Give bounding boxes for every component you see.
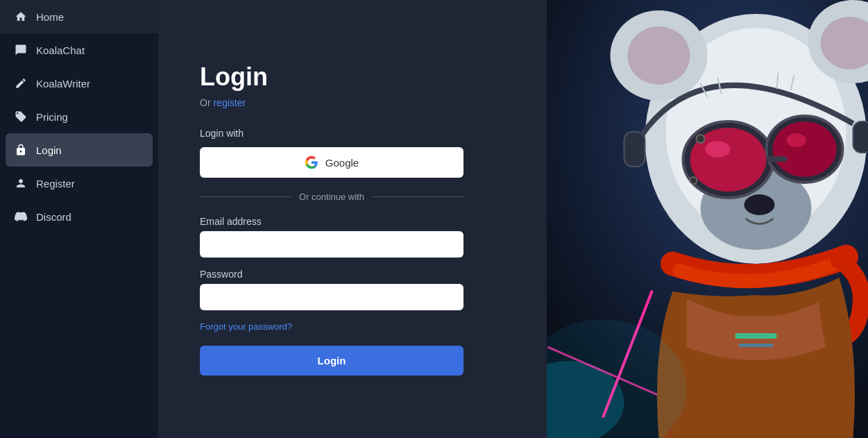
divider-line-right (373, 196, 463, 197)
svg-point-15 (787, 133, 806, 147)
pencil-icon (14, 76, 28, 90)
password-input[interactable] (200, 284, 463, 310)
sidebar-item-home[interactable]: Home (0, 0, 158, 33)
divider-text: Or continue with (299, 192, 364, 202)
sidebar-item-register[interactable]: Register (0, 167, 158, 200)
register-link[interactable]: register (213, 97, 246, 108)
svg-rect-22 (735, 333, 777, 339)
google-login-button[interactable]: Google (200, 147, 463, 178)
email-group: Email address (200, 216, 463, 258)
svg-point-7 (628, 26, 690, 85)
sidebar-item-discord[interactable]: Discord (0, 200, 158, 233)
email-input[interactable] (200, 231, 463, 258)
svg-rect-19 (624, 132, 645, 167)
subtitle-text: Or (200, 97, 211, 108)
home-icon (14, 10, 28, 24)
svg-rect-18 (767, 156, 788, 162)
sidebar-item-label: KoalaChat (36, 44, 85, 56)
google-button-label: Google (325, 157, 359, 169)
svg-point-16 (697, 135, 705, 143)
tag-icon (14, 110, 28, 124)
svg-rect-23 (739, 344, 774, 347)
svg-rect-20 (853, 121, 869, 153)
sidebar-item-koalachat[interactable]: KoalaChat (0, 33, 158, 67)
lock-icon (14, 143, 28, 157)
register-prompt: Or register (200, 97, 505, 108)
sidebar-item-pricing[interactable]: Pricing (0, 100, 158, 133)
sidebar-item-label: KoalaWriter (36, 78, 90, 90)
password-group: Password (200, 269, 463, 310)
discord-icon (14, 210, 28, 224)
login-button[interactable]: Login (200, 346, 463, 376)
sidebar-item-login[interactable]: Login (6, 133, 153, 167)
person-icon (14, 176, 28, 190)
chat-icon (14, 43, 28, 57)
sidebar-item-label: Pricing (36, 111, 68, 123)
sidebar-item-label: Home (36, 11, 64, 23)
page-title: Login (200, 62, 505, 92)
sidebar-item-label: Login (36, 144, 62, 156)
svg-point-17 (690, 177, 697, 184)
sidebar: Home KoalaChat KoalaWriter Pricing Login… (0, 0, 158, 438)
google-icon (305, 155, 318, 169)
svg-point-13 (773, 121, 837, 177)
email-label: Email address (200, 216, 463, 227)
divider-line-left (200, 196, 291, 197)
sidebar-item-koalawriter[interactable]: KoalaWriter (0, 67, 158, 100)
sidebar-item-label: Register (36, 178, 75, 189)
svg-point-21 (744, 194, 775, 215)
illustration-section (547, 0, 868, 438)
koala-illustration (547, 0, 868, 438)
divider: Or continue with (200, 192, 463, 202)
forgot-password-link[interactable]: Forgot your password? (200, 321, 463, 332)
login-with-label: Login with (200, 128, 505, 139)
password-label: Password (200, 269, 463, 280)
main-content: Login Or register Login with Google Or c… (158, 0, 868, 438)
svg-point-14 (706, 141, 731, 158)
login-form-section: Login Or register Login with Google Or c… (158, 0, 547, 438)
sidebar-item-label: Discord (36, 211, 71, 223)
